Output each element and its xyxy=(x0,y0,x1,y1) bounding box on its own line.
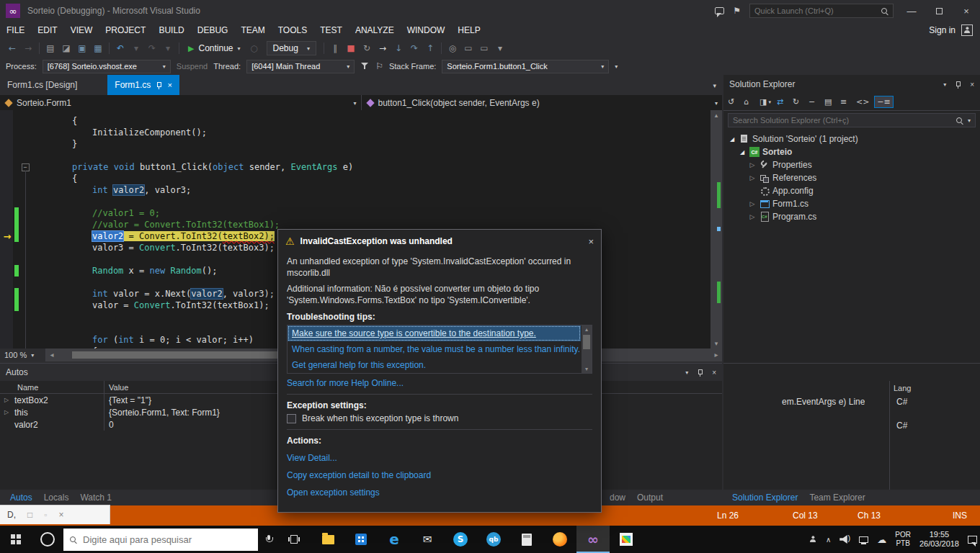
taskbar-search-box[interactable] xyxy=(63,529,258,551)
se-properties-icon[interactable]: ≡ xyxy=(840,97,850,107)
flagged-threads-icon[interactable]: ⚐ xyxy=(375,61,383,71)
stack-frame-dropdown[interactable]: Sorteio.Form1.button1_Click ▾ xyxy=(442,60,609,73)
se-refresh-icon[interactable]: ↻ xyxy=(793,97,803,107)
menu-item-tools[interactable]: TOOLS xyxy=(272,22,313,39)
tip-link[interactable]: When casting from a number, the value mu… xyxy=(288,341,581,357)
action-link-view-detail[interactable]: View Detail... xyxy=(287,453,592,463)
menu-item-test[interactable]: TEST xyxy=(313,22,349,39)
microphone-button[interactable] xyxy=(258,526,280,553)
undo-icon[interactable]: ↶ xyxy=(112,43,128,53)
taskbar-photos[interactable] xyxy=(610,526,643,553)
new-file-icon[interactable]: ▤ xyxy=(43,43,58,53)
scroll-down-icon[interactable]: ▾ xyxy=(582,366,592,372)
restart-icon[interactable]: ↻ xyxy=(359,43,375,53)
notifications-flag-icon[interactable]: ⚑ xyxy=(733,6,741,16)
scroll-up-icon[interactable]: ▴ xyxy=(582,326,592,333)
search-icon[interactable] xyxy=(956,117,963,125)
editor-vertical-scrollbar[interactable]: ▴ ▾ xyxy=(710,110,722,349)
menu-item-window[interactable]: WINDOW xyxy=(401,22,452,39)
feedback-icon[interactable] xyxy=(715,7,724,14)
break-checkbox-row[interactable]: Break when this exception type is thrown xyxy=(287,413,592,423)
taskbar-store[interactable] xyxy=(344,526,378,553)
sign-in-button[interactable]: Sign in xyxy=(929,24,980,36)
step-over-icon[interactable]: ↷ xyxy=(406,43,422,53)
scroll-right-icon[interactable]: ▸ xyxy=(710,349,722,361)
onedrive-icon[interactable]: ☁ xyxy=(877,534,886,545)
taskbar-skype[interactable]: S xyxy=(444,526,477,553)
pin-icon[interactable] xyxy=(955,81,961,89)
quick-launch-box[interactable] xyxy=(749,4,894,18)
tree-item-references[interactable]: ▷References xyxy=(723,171,980,184)
se-search-input[interactable] xyxy=(729,116,951,125)
member-dropdown[interactable]: button1_Click(object sender, EventArgs e… xyxy=(361,95,723,110)
expander-icon[interactable]: ▷ xyxy=(4,409,12,415)
menu-item-help[interactable]: HELP xyxy=(451,22,486,39)
se-show-all-files-icon[interactable]: ▤ xyxy=(824,97,834,107)
taskbar-qbittorrent[interactable]: qb xyxy=(477,526,510,553)
document-tab-form1-cs-design[interactable]: Form1.cs [Design] xyxy=(0,75,84,95)
tree-item-sorteio[interactable]: ◢Sorteio xyxy=(723,145,980,158)
pin-icon[interactable] xyxy=(156,81,162,89)
redo-caret-icon[interactable]: ▾ xyxy=(160,43,176,53)
ghost-minimize-icon[interactable]: ▫ xyxy=(44,510,47,520)
save-all-icon[interactable]: ▦ xyxy=(90,43,106,53)
stop-debugging-icon[interactable]: ■ xyxy=(343,43,359,53)
process-dropdown[interactable]: [6768] Sorteio.vshost.exe ▾ xyxy=(43,60,171,73)
menu-item-project[interactable]: PROJECT xyxy=(99,22,152,39)
menu-item-debug[interactable]: DEBUG xyxy=(191,22,235,39)
floating-toolbar[interactable]: D,□▫× xyxy=(0,505,110,524)
search-icon[interactable] xyxy=(881,7,888,15)
scrollbar-thumb[interactable] xyxy=(583,335,590,349)
open-file-icon[interactable]: ◪ xyxy=(58,43,74,53)
taskbar-file-explorer[interactable] xyxy=(311,526,344,553)
se-back-icon[interactable]: ↺ xyxy=(728,97,738,107)
zoom-control[interactable]: 100 % ▾ xyxy=(0,349,46,361)
language-indicator[interactable]: POR PTB xyxy=(895,531,911,548)
find-in-files-icon[interactable]: ◎ xyxy=(445,43,460,53)
window-position-icon[interactable]: ▾ xyxy=(943,81,946,88)
call-stack-row[interactable]: C# xyxy=(723,421,980,433)
break-all-icon[interactable]: ∥ xyxy=(327,43,343,53)
immediate-window-icon[interactable]: ▭ xyxy=(476,43,492,53)
se-search-box[interactable]: ▾ xyxy=(728,113,976,127)
undo-caret-icon[interactable]: ▾ xyxy=(128,43,144,53)
tree-expander[interactable]: ◢ xyxy=(728,136,736,143)
target-circle-icon[interactable]: ○ xyxy=(246,43,262,53)
scroll-left-icon[interactable]: ◂ xyxy=(46,349,58,361)
column-header-value[interactable]: Value xyxy=(104,383,128,392)
tree-expander[interactable]: ◢ xyxy=(738,149,747,156)
taskbar-mail[interactable]: ✉ xyxy=(411,526,444,553)
network-icon[interactable] xyxy=(859,536,868,543)
search-help-link[interactable]: Search for more Help Online... xyxy=(287,378,592,388)
checkbox-icon[interactable] xyxy=(287,414,296,423)
save-icon[interactable]: ▣ xyxy=(74,43,90,53)
ghost-close-icon[interactable]: × xyxy=(59,510,64,520)
se-home-icon[interactable]: ⌂ xyxy=(744,97,754,107)
pin-icon[interactable] xyxy=(697,369,703,377)
action-link-open-exception-settings[interactable]: Open exception settings xyxy=(287,487,592,498)
continue-button[interactable]: ▶ Continue ▾ xyxy=(182,40,246,56)
toolbar-overflow-icon[interactable]: ▾ xyxy=(615,63,618,70)
tool-tab-solution-explorer[interactable]: Solution Explorer xyxy=(726,493,803,503)
document-list-icon[interactable]: ▾ xyxy=(713,82,716,89)
tool-tab-autos[interactable]: Autos xyxy=(4,493,38,503)
tree-item-app-config[interactable]: App.config xyxy=(723,184,980,197)
step-into-icon[interactable]: ↓ xyxy=(391,43,406,53)
chevron-down-icon[interactable]: ▾ xyxy=(968,117,971,124)
collapse-box-icon[interactable]: − xyxy=(22,163,30,171)
navigate-back-icon[interactable]: ← xyxy=(4,43,20,53)
thread-dropdown[interactable]: [6044] Main Thread ▾ xyxy=(246,60,355,73)
close-icon[interactable]: × xyxy=(167,81,172,89)
hidden-icons-chevron[interactable]: ∧ xyxy=(826,536,831,544)
menu-item-file[interactable]: FILE xyxy=(0,22,31,39)
tree-item-solution-sorteio-1-project[interactable]: ◢Solution 'Sorteio' (1 project) xyxy=(723,132,980,145)
tree-expander[interactable]: ▷ xyxy=(748,174,757,181)
type-dropdown[interactable]: Sorteio.Form1 ▾ xyxy=(0,95,361,110)
close-icon[interactable]: × xyxy=(712,369,716,377)
tool-tab-dow[interactable]: dow xyxy=(604,493,631,503)
close-button[interactable]: × xyxy=(957,6,976,17)
call-stack-row[interactable]: em.EventArgs e) LineC# xyxy=(723,397,980,409)
se-collapse-all-icon[interactable]: − xyxy=(808,97,819,107)
tool-tab-team-explorer[interactable]: Team Explorer xyxy=(803,493,870,503)
taskbar-visual-studio[interactable]: ∞ xyxy=(576,526,610,553)
